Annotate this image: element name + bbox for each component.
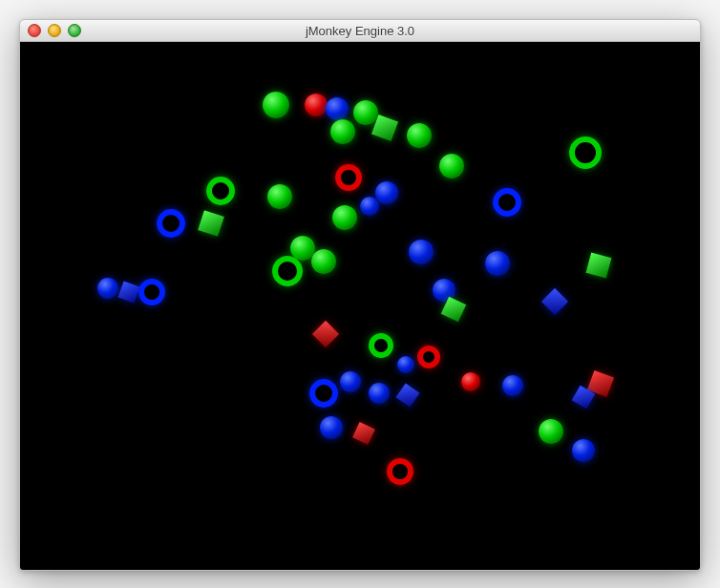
sphere-shape [485,251,510,276]
torus-shape [157,209,185,238]
torus-shape [272,256,303,286]
render-viewport[interactable] [20,42,700,570]
sphere-shape [369,383,390,404]
titlebar[interactable]: jMonkey Engine 3.0 [20,20,700,42]
close-icon[interactable] [28,24,41,37]
sphere-shape [305,94,328,116]
sphere-shape [320,416,343,439]
sphere-shape [360,197,379,216]
sphere-shape [461,372,480,391]
sphere-shape [326,97,349,120]
cube-shape [312,321,339,347]
cube-shape [541,288,568,315]
sphere-shape [539,419,563,444]
window-controls [20,24,81,37]
sphere-shape [311,249,336,274]
sphere-shape [407,123,432,148]
sphere-shape [267,184,292,209]
sphere-shape [330,119,355,144]
sphere-shape [572,439,595,462]
sphere-shape [353,100,378,125]
torus-shape [206,177,235,205]
torus-shape [417,346,440,368]
cube-shape [117,281,139,303]
sphere-shape [340,371,361,392]
torus-shape [569,136,602,169]
sphere-shape [97,278,118,299]
sphere-shape [502,375,523,396]
torus-shape [387,458,413,485]
page-title: jMonkey Engine 3.0 [20,24,700,38]
zoom-icon[interactable] [68,24,81,37]
cube-shape [586,253,612,279]
sphere-shape [439,154,464,178]
torus-shape [138,279,165,305]
sphere-shape [263,92,289,118]
torus-shape [493,188,521,217]
minimize-icon[interactable] [48,24,61,37]
app-window: jMonkey Engine 3.0 [19,19,701,571]
torus-shape [335,164,362,191]
sphere-shape [409,240,434,264]
cube-shape [198,210,224,237]
torus-shape [369,333,393,358]
sphere-shape [397,356,414,373]
sphere-shape [375,181,398,204]
cube-shape [395,383,419,407]
sphere-shape [332,205,357,230]
cube-shape [352,422,375,445]
torus-shape [309,379,338,408]
